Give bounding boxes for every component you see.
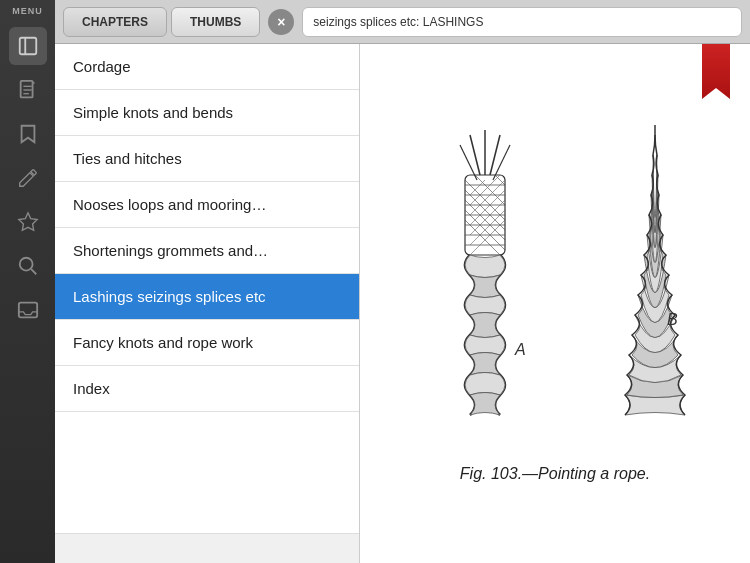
close-button[interactable]: × xyxy=(268,9,294,35)
chapter-item-simple-knots[interactable]: Simple knots and bends xyxy=(55,90,359,136)
svg-point-6 xyxy=(19,258,32,271)
sidebar-icon-inbox[interactable] xyxy=(9,291,47,329)
chapter-item-shortenings[interactable]: Shortenings grommets and… xyxy=(55,228,359,274)
sidebar: MENU xyxy=(0,0,55,563)
chapter-item-fancy-knots[interactable]: Fancy knots and rope work xyxy=(55,320,359,366)
chapter-item-cordage[interactable]: Cordage xyxy=(55,44,359,90)
star-icon xyxy=(17,211,39,233)
sidebar-icon-book[interactable] xyxy=(9,27,47,65)
chapter-item-nooses[interactable]: Nooses loops and mooring… xyxy=(55,182,359,228)
sidebar-icon-document[interactable] xyxy=(9,71,47,109)
chapter-item-index[interactable]: Index xyxy=(55,366,359,412)
svg-rect-0 xyxy=(19,38,36,55)
book-area: A xyxy=(360,44,750,563)
bookmark-ribbon xyxy=(702,44,730,99)
chapter-item-ties-hitches[interactable]: Ties and hitches xyxy=(55,136,359,182)
rope-b-illustration: B xyxy=(605,125,705,445)
menu-label: MENU xyxy=(12,0,43,24)
sidebar-icon-search[interactable] xyxy=(9,247,47,285)
search-icon xyxy=(17,255,39,277)
book-icon xyxy=(17,35,39,57)
label-a: A xyxy=(514,341,526,358)
sidebar-icon-edit[interactable] xyxy=(9,159,47,197)
document-icon xyxy=(17,79,39,101)
chapter-list: Cordage Simple knots and bends Ties and … xyxy=(55,44,359,533)
svg-line-7 xyxy=(31,269,36,274)
rope-a-illustration: A xyxy=(405,125,565,445)
content-area: Cordage Simple knots and bends Ties and … xyxy=(55,44,750,563)
edit-icon xyxy=(17,167,39,189)
figure-caption: Fig. 103.—Pointing a rope. xyxy=(460,465,650,483)
chapters-tab[interactable]: CHAPTERS xyxy=(63,7,167,37)
figure-container: A xyxy=(405,125,705,483)
breadcrumb: seizings splices etc: LASHINGS xyxy=(302,7,742,37)
svg-rect-2 xyxy=(20,81,32,98)
bookmark-icon xyxy=(17,123,39,145)
rope-illustrations: A xyxy=(405,125,705,445)
svg-line-26 xyxy=(475,175,505,205)
thumbs-tab[interactable]: THUMBS xyxy=(171,7,260,37)
book-page: A xyxy=(360,44,750,563)
svg-text:B: B xyxy=(667,311,678,328)
chapter-panel-footer xyxy=(55,533,359,563)
inbox-icon xyxy=(17,299,39,321)
chapter-panel: Cordage Simple knots and bends Ties and … xyxy=(55,44,360,563)
svg-line-34 xyxy=(470,175,500,205)
main-content: CHAPTERS THUMBS × seizings splices etc: … xyxy=(55,0,750,563)
top-bar: CHAPTERS THUMBS × seizings splices etc: … xyxy=(55,0,750,44)
chapter-item-lashings[interactable]: Lashings seizings splices etc xyxy=(55,274,359,320)
sidebar-icon-bookmark[interactable] xyxy=(9,115,47,153)
sidebar-icon-star[interactable] xyxy=(9,203,47,241)
